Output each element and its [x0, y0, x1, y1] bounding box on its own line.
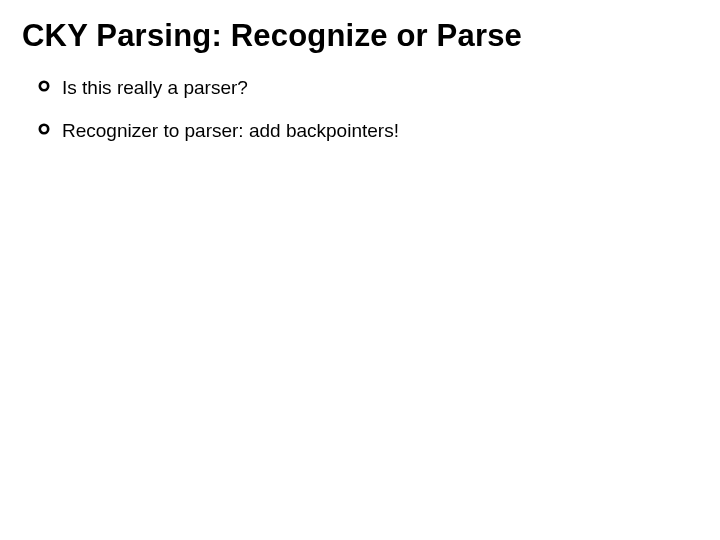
slide: CKY Parsing: Recognize or Parse Is this …: [0, 0, 720, 540]
list-item: Recognizer to parser: add backpointers!: [38, 119, 698, 143]
ring-bullet-icon: [38, 123, 50, 135]
bullet-text: Recognizer to parser: add backpointers!: [62, 119, 399, 143]
svg-point-1: [40, 125, 48, 133]
ring-bullet-icon: [38, 80, 50, 92]
svg-point-0: [40, 81, 48, 89]
bullet-list: Is this really a parser? Recognizer to p…: [22, 76, 698, 144]
slide-title: CKY Parsing: Recognize or Parse: [22, 18, 698, 54]
bullet-text: Is this really a parser?: [62, 76, 248, 100]
list-item: Is this really a parser?: [38, 76, 698, 100]
